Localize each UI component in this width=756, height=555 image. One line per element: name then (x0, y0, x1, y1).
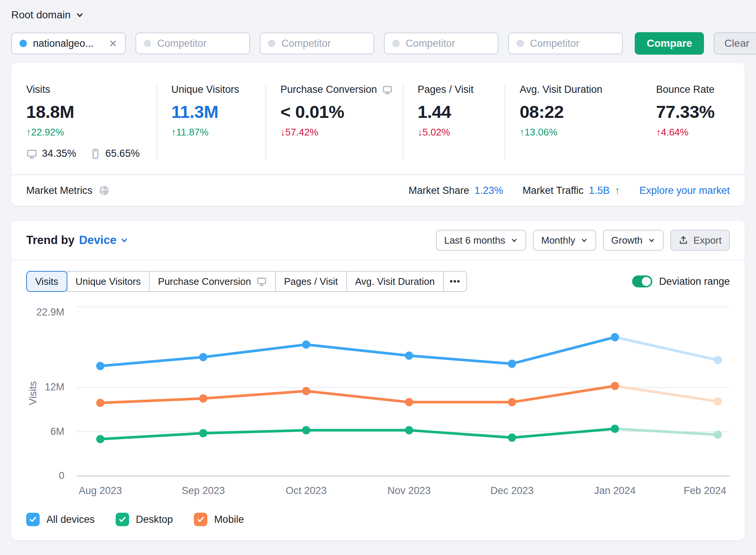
metric-change: ↑13.06% (519, 126, 634, 138)
legend-checkbox[interactable] (194, 513, 207, 526)
main-domain-chip[interactable]: nationalgeo... (11, 33, 126, 54)
metric-change: ↑4.64% (656, 126, 722, 138)
export-icon (679, 235, 688, 245)
deviation-range-toggle[interactable] (632, 275, 652, 287)
market-traffic-value[interactable]: 1.5B (589, 185, 610, 196)
tab-pages-per-visit[interactable]: Pages / Visit (275, 271, 347, 292)
legend-item-all-devices[interactable]: All devices (26, 513, 95, 526)
trend-plot (77, 303, 730, 479)
metric-tabs-row: Visits Unique Visitors Purchase Conversi… (11, 260, 745, 292)
tab-visits[interactable]: Visits (26, 271, 67, 292)
x-tick-label: Jan 2024 (594, 485, 635, 497)
y-tick-label: 22.9M (27, 307, 64, 318)
market-traffic-up-arrow: ↑ (615, 185, 620, 196)
x-tick-label: Nov 2023 (387, 485, 431, 497)
y-axis-ticks: 06M12M22.9M (26, 303, 70, 479)
root-domain-label: Root domain (11, 9, 71, 21)
legend-label: All devices (46, 514, 95, 525)
market-metrics-title-group: Market Metrics (26, 185, 110, 196)
metric-change: ↓57.42% (280, 126, 395, 138)
market-metrics-values: Market Share 1.23% Market Traffic 1.5B ↑… (409, 185, 730, 196)
metric-purchase-conversion: Purchase Conversion < 0.01% ↓57.42% (265, 84, 403, 159)
metric-change: ↑22.92% (26, 126, 149, 138)
metric-label-text: Purchase Conversion (280, 84, 377, 95)
metrics-card: Visits 18.8M ↑22.92% 34.35% 65.65% (11, 63, 745, 206)
legend-item-mobile[interactable]: Mobile (194, 513, 244, 526)
desktop-icon (256, 276, 267, 287)
market-share-label: Market Share (409, 185, 469, 196)
deviation-range-label: Deviation range (659, 276, 730, 287)
tab-more-options[interactable]: ••• (443, 271, 467, 292)
page: Root domain nationalgeo... Competitor Co… (0, 0, 756, 550)
trend-dimension-dropdown[interactable]: Device (79, 234, 128, 247)
chevron-down-icon (75, 10, 84, 19)
metric-pages-per-visit: Pages / Visit 1.44 ↓5.02% (403, 84, 505, 159)
legend-checkbox[interactable] (116, 513, 129, 526)
competitor-input-1[interactable]: Competitor (135, 33, 250, 54)
trend-title-prefix: Trend by (26, 234, 74, 247)
metric-change: ↑11.87% (171, 126, 258, 138)
metric-value: 77.33% (656, 101, 722, 122)
trend-controls: Last 6 months Monthly Growth Export (436, 230, 730, 251)
metric-label: Purchase Conversion (280, 84, 395, 95)
deviation-range-control: Deviation range (632, 275, 730, 287)
trend-chart: Visits 06M12M22.9M Aug 2023Sep 2023Oct 2… (26, 303, 730, 501)
competitor-dot (392, 40, 400, 47)
tab-label: Pages / Visit (284, 276, 338, 287)
desktop-share: 34.35% (26, 148, 76, 159)
metric-label: Unique Visitors (171, 84, 258, 95)
explore-your-market-link[interactable]: Explore your market (639, 185, 730, 196)
mode-dropdown[interactable]: Growth (603, 230, 664, 251)
date-range-dropdown[interactable]: Last 6 months (436, 230, 526, 251)
market-metrics-row: Market Metrics Market Share 1.23% Market… (11, 174, 745, 206)
competitor-input-3[interactable]: Competitor (384, 33, 499, 54)
tab-avg-visit-duration[interactable]: Avg. Visit Duration (346, 271, 444, 292)
market-traffic-label: Market Traffic (522, 185, 583, 196)
metric-tabs: Visits Unique Visitors Purchase Conversi… (26, 271, 467, 292)
competitor-dot (268, 40, 275, 47)
root-domain-dropdown[interactable]: Root domain (11, 9, 745, 21)
metric-value: < 0.01% (280, 101, 395, 122)
metric-label: Visits (26, 84, 149, 95)
clear-button[interactable]: Clear (714, 32, 756, 55)
trend-card: Trend by Device Last 6 months Monthly (11, 221, 745, 540)
competitor-dot (144, 40, 151, 47)
domain-color-dot (19, 40, 27, 47)
metrics-columns: Visits 18.8M ↑22.92% 34.35% 65.65% (11, 63, 745, 174)
export-label: Export (693, 235, 722, 246)
legend-label: Desktop (136, 514, 173, 525)
competitor-input-4[interactable]: Competitor (508, 33, 623, 54)
compare-button[interactable]: Compare (635, 32, 704, 55)
main-domain-text: nationalgeo... (33, 38, 103, 49)
market-share-value[interactable]: 1.23% (475, 185, 503, 196)
metric-value: 11.3M (171, 101, 258, 122)
competitor-input-2[interactable]: Competitor (260, 33, 374, 54)
mobile-share-value: 65.65% (106, 148, 140, 159)
x-tick-label: Sep 2023 (182, 485, 225, 497)
desktop-share-value: 34.35% (42, 148, 76, 159)
tab-unique-visitors[interactable]: Unique Visitors (67, 271, 150, 292)
competitor-placeholder: Competitor (406, 38, 455, 49)
mobile-share: 65.65% (90, 148, 140, 159)
tab-purchase-conversion[interactable]: Purchase Conversion (149, 271, 276, 292)
mode-label: Growth (611, 235, 643, 246)
x-tick-label: Aug 2023 (79, 485, 122, 497)
competitor-placeholder: Competitor (157, 38, 207, 49)
metric-label: Bounce Rate (656, 84, 722, 95)
legend-checkbox[interactable] (26, 513, 40, 526)
domain-selector-row: nationalgeo... Competitor Competitor Com… (11, 32, 745, 55)
legend-label: Mobile (214, 514, 244, 525)
y-tick-label: 0 (27, 470, 64, 482)
granularity-dropdown[interactable]: Monthly (533, 230, 596, 251)
export-button[interactable]: Export (670, 230, 730, 251)
metric-label: Pages / Visit (418, 84, 497, 95)
market-share: Market Share 1.23% (409, 185, 503, 196)
device-split: 34.35% 65.65% (26, 148, 149, 159)
tab-label: Purchase Conversion (158, 276, 251, 287)
y-tick-label: 6M (27, 426, 64, 437)
legend-item-desktop[interactable]: Desktop (116, 513, 173, 526)
x-tick-label: Feb 2024 (684, 485, 726, 497)
trend-chart-svg (77, 303, 730, 479)
close-icon[interactable] (109, 39, 118, 48)
trend-header: Trend by Device Last 6 months Monthly (11, 221, 745, 260)
